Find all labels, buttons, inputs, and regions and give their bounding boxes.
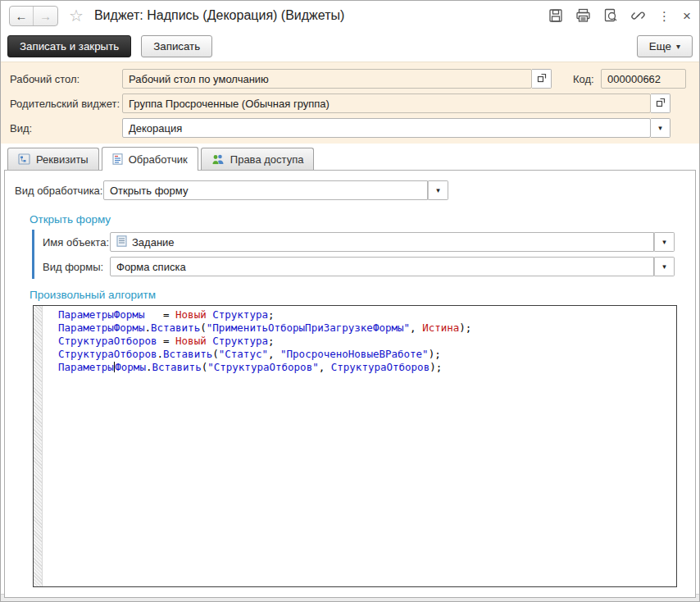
code-lines[interactable]: ПараметрыФормы = Новый Структура; Параме… [43, 306, 676, 586]
desktop-row: Рабочий стол: Рабочий стол по умолчанию … [6, 68, 694, 89]
handler-kind-label: Вид обработчика: [15, 185, 103, 197]
form-kind-value: Форма списка [116, 261, 186, 273]
chevron-down-icon: ▾ [658, 124, 662, 132]
task-document-icon [116, 235, 127, 249]
code-field[interactable]: 000000662 [601, 69, 686, 89]
back-arrow-icon: ← [16, 9, 28, 23]
form-kind-label: Вид формы: [43, 261, 110, 273]
kind-value: Декорация [129, 122, 182, 135]
save-and-close-button[interactable]: Записать и закрыть [7, 35, 131, 57]
more-button-label: Еще [649, 40, 671, 52]
attributes-tree-icon [18, 153, 30, 165]
tab-requisites-label: Реквизиты [36, 153, 89, 166]
tab-access-rights[interactable]: Права доступа [201, 148, 315, 170]
kind-dropdown-button[interactable]: ▾ [651, 118, 670, 138]
forward-button[interactable]: → [34, 7, 57, 25]
preview-icon[interactable] [603, 8, 618, 23]
code-editor[interactable]: ПараметрыФормы = Новый Структура; Параме… [33, 305, 677, 587]
link-icon[interactable] [630, 8, 646, 23]
handler-document-icon [112, 153, 123, 165]
handler-kind-combo: Открыть форму ▾ [103, 180, 448, 200]
tab-handler-label: Обработчик [129, 153, 188, 166]
parent-widget-field[interactable]: Группа Просроченные (Обычная группа) [122, 93, 651, 113]
tab-strip: Реквизиты Обработчик Права доступа [1, 144, 699, 170]
window-title: Виджет: Надпись (Декорация) (Виджеты) [94, 8, 344, 23]
handler-kind-row: Вид обработчика: Открыть форму ▾ [15, 180, 695, 200]
object-name-field[interactable]: Задание [110, 232, 654, 252]
desktop-label: Рабочий стол: [6, 73, 122, 85]
handler-kind-value: Открыть форму [110, 185, 188, 197]
code-value: 000000662 [607, 73, 661, 85]
parent-widget-row: Родительский виджет: Группа Просроченные… [6, 93, 694, 114]
form-kind-combo: Форма списка ▾ [110, 257, 675, 276]
chevron-down-icon: ▾ [662, 262, 666, 271]
chevron-down-icon: ▾ [662, 238, 666, 246]
handler-kind-dropdown-button[interactable]: ▾ [428, 180, 448, 200]
object-name-label: Имя объекта: [43, 236, 110, 249]
tab-handler[interactable]: Обработчик [102, 147, 198, 171]
nav-history-group: ← → [9, 6, 58, 26]
form-kind-row: Вид формы: Форма списка ▾ [43, 256, 695, 277]
chevron-down-icon: ▾ [436, 186, 440, 194]
open-icon [656, 98, 666, 110]
desktop-open-button[interactable] [532, 69, 552, 89]
object-name-dropdown-button[interactable]: ▾ [654, 232, 675, 252]
favorite-star-icon[interactable]: ☆ [69, 7, 84, 24]
users-icon [211, 153, 225, 165]
kind-field[interactable]: Декорация [122, 118, 651, 138]
desktop-value: Рабочий стол по умолчанию [129, 73, 269, 85]
tab-requisites[interactable]: Реквизиты [7, 148, 99, 170]
forward-arrow-icon: → [39, 9, 52, 23]
handler-tab-panel: Вид обработчика: Открыть форму ▾ Открыть… [4, 170, 696, 598]
open-form-section-title: Открыть форму [30, 213, 695, 226]
kind-label: Вид: [6, 122, 122, 135]
open-form-group: Имя объекта: Задание ▾ Вид формы: Форма … [32, 230, 695, 279]
more-button[interactable]: Еще ▾ [637, 35, 693, 57]
tab-access-rights-label: Права доступа [230, 153, 304, 166]
save-button[interactable]: Записать [141, 35, 212, 57]
handler-kind-field[interactable]: Открыть форму [103, 180, 428, 200]
header-form: Рабочий стол: Рабочий стол по умолчанию … [1, 62, 699, 144]
desktop-field[interactable]: Рабочий стол по умолчанию [122, 69, 532, 89]
object-name-row: Имя объекта: Задание ▾ [43, 231, 695, 253]
code-editor-gutter [34, 306, 43, 586]
print-icon[interactable] [575, 8, 591, 23]
open-icon [537, 73, 547, 85]
titlebar: ← → ☆ Виджет: Надпись (Декорация) (Видже… [1, 1, 699, 30]
object-name-combo: Задание ▾ [110, 232, 675, 252]
kind-row: Вид: Декорация ▾ [6, 117, 694, 139]
save-icon[interactable] [548, 8, 563, 23]
close-icon[interactable]: × [683, 9, 691, 23]
form-kind-dropdown-button[interactable]: ▾ [654, 257, 675, 276]
parent-widget-open-button[interactable] [651, 93, 670, 113]
parent-widget-label: Родительский виджет: [6, 98, 122, 110]
chevron-down-icon: ▾ [676, 42, 680, 51]
back-button[interactable]: ← [10, 7, 34, 25]
form-kind-field[interactable]: Форма списка [110, 257, 654, 276]
object-name-value: Задание [132, 236, 175, 249]
code-label: Код: [561, 73, 601, 85]
more-menu-icon[interactable]: ⋮ [658, 10, 670, 22]
command-bar: Записать и закрыть Записать Еще ▾ [1, 30, 699, 62]
algorithm-section-title: Произвольный алгоритм [30, 289, 695, 301]
widget-editor-window: ← → ☆ Виджет: Надпись (Декорация) (Видже… [0, 0, 700, 602]
parent-widget-value: Группа Просроченные (Обычная группа) [129, 98, 330, 110]
titlebar-actions: ⋮ × [548, 8, 691, 23]
